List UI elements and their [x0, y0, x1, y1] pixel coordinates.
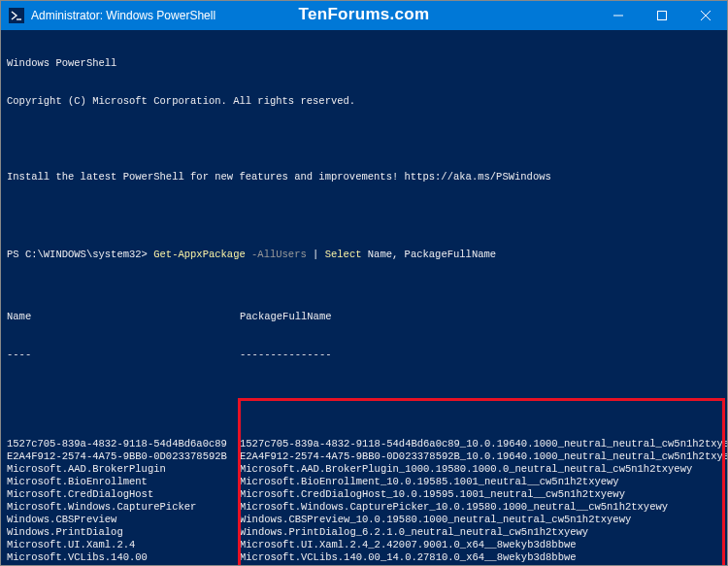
- package-name: Microsoft.CredDialogHost: [7, 488, 240, 501]
- output-rows: 1527c705-839a-4832-9118-54d4Bd6a0c891527…: [7, 400, 721, 565]
- package-name: E2A4F912-2574-4A75-9BB0-0D023378592B: [7, 450, 240, 463]
- package-name: Microsoft.VCLibs.140.00: [7, 551, 240, 564]
- table-row: Microsoft.VCLibs.140.00Microsoft.VCLibs.…: [7, 551, 721, 564]
- table-row: Windows.PrintDialogWindows.PrintDialog_6…: [7, 526, 721, 539]
- package-full-name: Microsoft.CredDialogHost_10.0.19595.1001…: [240, 488, 625, 501]
- column-underline: -------------------: [7, 349, 721, 361]
- package-name: Microsoft.UI.Xaml.2.3: [7, 564, 240, 565]
- table-row: Microsoft.AAD.BrokerPluginMicrosoft.AAD.…: [7, 463, 721, 476]
- powershell-icon: [9, 8, 24, 23]
- package-full-name: Microsoft.BioEnrollment_10.0.19585.1001_…: [240, 476, 619, 488]
- table-row: Microsoft.CredDialogHostMicrosoft.CredDi…: [7, 488, 721, 501]
- col-full-header: PackageFullName: [240, 311, 332, 323]
- package-full-name: E2A4F912-2574-4A75-9BB0-0D023378592B_10.…: [240, 450, 727, 463]
- banner-line: Install the latest PowerShell for new fe…: [7, 171, 721, 183]
- command-line: PS C:\WINDOWS\system32> Get-AppxPackage …: [7, 249, 721, 261]
- cmd-flag: -AllUsers: [246, 249, 313, 260]
- package-full-name: Windows.PrintDialog_6.2.1.0_neutral_neut…: [240, 526, 588, 539]
- table-row: 1527c705-839a-4832-9118-54d4Bd6a0c891527…: [7, 438, 721, 450]
- package-name: Windows.CBSPreview: [7, 514, 240, 526]
- package-full-name: 1527c705-839a-4832-9118-54d4Bd6a0c89_10.…: [240, 438, 727, 450]
- banner-line: Copyright (C) Microsoft Corporation. All…: [7, 95, 721, 108]
- package-full-name: Microsoft.Windows.CapturePicker_10.0.195…: [240, 501, 668, 514]
- package-full-name: Microsoft.UI.Xaml.2.3_2.32002.13001.0_x6…: [240, 564, 582, 565]
- package-name: 1527c705-839a-4832-9118-54d4Bd6a0c89: [7, 438, 240, 450]
- close-button[interactable]: [683, 1, 727, 30]
- package-full-name: Windows.CBSPreview_10.0.19580.1000_neutr…: [240, 514, 631, 526]
- package-full-name: Microsoft.AAD.BrokerPlugin_1000.19580.10…: [240, 463, 692, 476]
- minimize-button[interactable]: [596, 1, 640, 30]
- table-row: Microsoft.Windows.CapturePickerMicrosoft…: [7, 501, 721, 514]
- cmdlet: Select: [325, 249, 362, 260]
- package-name: Microsoft.AAD.BrokerPlugin: [7, 463, 240, 476]
- window-titlebar: Administrator: Windows PowerShell: [1, 1, 727, 30]
- table-row: Microsoft.UI.Xaml.2.3Microsoft.UI.Xaml.2…: [7, 564, 721, 565]
- table-row: Microsoft.UI.Xaml.2.4Microsoft.UI.Xaml.2…: [7, 539, 721, 551]
- svg-rect-1: [657, 12, 666, 20]
- cmdlet: Get-AppxPackage: [153, 249, 246, 260]
- column-headers: NamePackageFullName: [7, 311, 721, 323]
- package-name: Microsoft.BioEnrollment: [7, 476, 240, 488]
- window-title: Administrator: Windows PowerShell: [31, 9, 215, 22]
- package-name: Microsoft.UI.Xaml.2.4: [7, 539, 240, 551]
- table-row: Windows.CBSPreviewWindows.CBSPreview_10.…: [7, 514, 721, 526]
- maximize-button[interactable]: [640, 1, 683, 30]
- cmd-args: Name, PackageFullName: [361, 249, 496, 260]
- package-name: Windows.PrintDialog: [7, 526, 240, 539]
- terminal-area[interactable]: Windows PowerShell Copyright (C) Microso…: [1, 30, 727, 565]
- package-name: Microsoft.Windows.CapturePicker: [7, 501, 240, 514]
- prompt-path: PS C:\WINDOWS\system32>: [7, 249, 153, 260]
- table-row: E2A4F912-2574-4A75-9BB0-0D023378592BE2A4…: [7, 450, 721, 463]
- table-row: Microsoft.BioEnrollmentMicrosoft.BioEnro…: [7, 476, 721, 488]
- banner-line: Windows PowerShell: [7, 57, 721, 70]
- pipe: |: [313, 249, 325, 260]
- package-full-name: Microsoft.UI.Xaml.2.4_2.42007.9001.0_x64…: [240, 539, 577, 551]
- package-full-name: Microsoft.VCLibs.140.00_14.0.27810.0_x64…: [240, 551, 577, 564]
- col-name-header: Name: [7, 311, 240, 323]
